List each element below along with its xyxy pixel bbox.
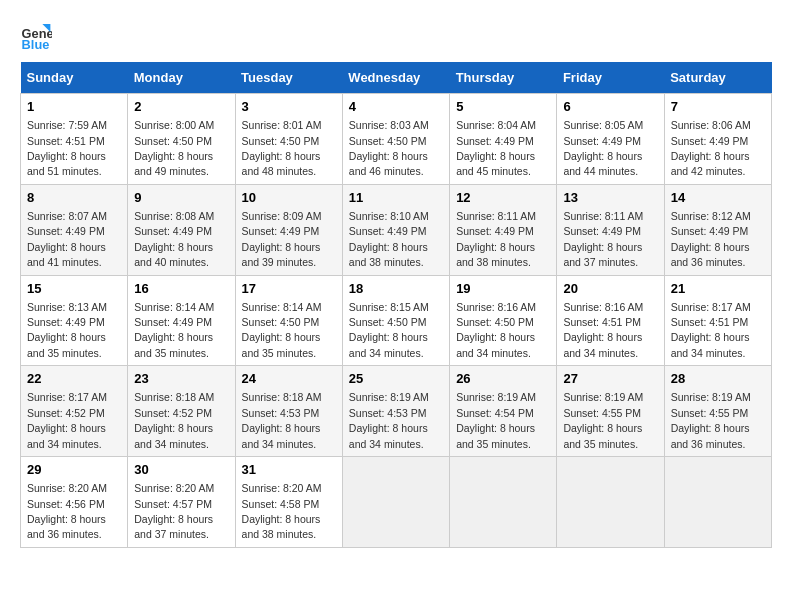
day-info: Sunrise: 8:07 AM Sunset: 4:49 PM Dayligh… xyxy=(27,210,107,268)
day-info: Sunrise: 7:59 AM Sunset: 4:51 PM Dayligh… xyxy=(27,119,107,177)
day-number: 18 xyxy=(349,280,443,298)
day-number: 13 xyxy=(563,189,657,207)
calendar-cell: 4Sunrise: 8:03 AM Sunset: 4:50 PM Daylig… xyxy=(342,94,449,185)
calendar-cell: 24Sunrise: 8:18 AM Sunset: 4:53 PM Dayli… xyxy=(235,366,342,457)
day-number: 28 xyxy=(671,370,765,388)
day-info: Sunrise: 8:19 AM Sunset: 4:54 PM Dayligh… xyxy=(456,391,536,449)
day-header-wednesday: Wednesday xyxy=(342,62,449,94)
day-info: Sunrise: 8:19 AM Sunset: 4:55 PM Dayligh… xyxy=(671,391,751,449)
calendar-cell: 12Sunrise: 8:11 AM Sunset: 4:49 PM Dayli… xyxy=(450,184,557,275)
calendar-cell: 31Sunrise: 8:20 AM Sunset: 4:58 PM Dayli… xyxy=(235,457,342,548)
calendar-cell: 15Sunrise: 8:13 AM Sunset: 4:49 PM Dayli… xyxy=(21,275,128,366)
calendar-cell: 23Sunrise: 8:18 AM Sunset: 4:52 PM Dayli… xyxy=(128,366,235,457)
calendar-cell xyxy=(450,457,557,548)
day-number: 2 xyxy=(134,98,228,116)
day-info: Sunrise: 8:19 AM Sunset: 4:55 PM Dayligh… xyxy=(563,391,643,449)
calendar-week-5: 29Sunrise: 8:20 AM Sunset: 4:56 PM Dayli… xyxy=(21,457,772,548)
calendar-cell xyxy=(664,457,771,548)
day-number: 10 xyxy=(242,189,336,207)
svg-text:Blue: Blue xyxy=(22,37,50,52)
day-number: 12 xyxy=(456,189,550,207)
calendar-cell: 10Sunrise: 8:09 AM Sunset: 4:49 PM Dayli… xyxy=(235,184,342,275)
day-info: Sunrise: 8:09 AM Sunset: 4:49 PM Dayligh… xyxy=(242,210,322,268)
calendar-cell: 8Sunrise: 8:07 AM Sunset: 4:49 PM Daylig… xyxy=(21,184,128,275)
calendar-week-1: 1Sunrise: 7:59 AM Sunset: 4:51 PM Daylig… xyxy=(21,94,772,185)
calendar-cell: 20Sunrise: 8:16 AM Sunset: 4:51 PM Dayli… xyxy=(557,275,664,366)
day-info: Sunrise: 8:08 AM Sunset: 4:49 PM Dayligh… xyxy=(134,210,214,268)
day-number: 20 xyxy=(563,280,657,298)
day-number: 6 xyxy=(563,98,657,116)
calendar-cell: 5Sunrise: 8:04 AM Sunset: 4:49 PM Daylig… xyxy=(450,94,557,185)
calendar-cell: 26Sunrise: 8:19 AM Sunset: 4:54 PM Dayli… xyxy=(450,366,557,457)
calendar-cell: 21Sunrise: 8:17 AM Sunset: 4:51 PM Dayli… xyxy=(664,275,771,366)
calendar-cell: 6Sunrise: 8:05 AM Sunset: 4:49 PM Daylig… xyxy=(557,94,664,185)
calendar-cell xyxy=(557,457,664,548)
day-info: Sunrise: 8:05 AM Sunset: 4:49 PM Dayligh… xyxy=(563,119,643,177)
calendar-cell: 17Sunrise: 8:14 AM Sunset: 4:50 PM Dayli… xyxy=(235,275,342,366)
day-info: Sunrise: 8:11 AM Sunset: 4:49 PM Dayligh… xyxy=(563,210,643,268)
day-number: 9 xyxy=(134,189,228,207)
day-info: Sunrise: 8:15 AM Sunset: 4:50 PM Dayligh… xyxy=(349,301,429,359)
day-number: 16 xyxy=(134,280,228,298)
day-info: Sunrise: 8:18 AM Sunset: 4:52 PM Dayligh… xyxy=(134,391,214,449)
header: General Blue xyxy=(20,20,772,52)
day-number: 21 xyxy=(671,280,765,298)
calendar-cell: 3Sunrise: 8:01 AM Sunset: 4:50 PM Daylig… xyxy=(235,94,342,185)
day-number: 3 xyxy=(242,98,336,116)
calendar-cell: 1Sunrise: 7:59 AM Sunset: 4:51 PM Daylig… xyxy=(21,94,128,185)
calendar-cell: 18Sunrise: 8:15 AM Sunset: 4:50 PM Dayli… xyxy=(342,275,449,366)
days-header-row: SundayMondayTuesdayWednesdayThursdayFrid… xyxy=(21,62,772,94)
day-info: Sunrise: 8:17 AM Sunset: 4:51 PM Dayligh… xyxy=(671,301,751,359)
day-info: Sunrise: 8:20 AM Sunset: 4:57 PM Dayligh… xyxy=(134,482,214,540)
day-info: Sunrise: 8:17 AM Sunset: 4:52 PM Dayligh… xyxy=(27,391,107,449)
day-info: Sunrise: 8:20 AM Sunset: 4:58 PM Dayligh… xyxy=(242,482,322,540)
day-info: Sunrise: 8:03 AM Sunset: 4:50 PM Dayligh… xyxy=(349,119,429,177)
day-info: Sunrise: 8:16 AM Sunset: 4:51 PM Dayligh… xyxy=(563,301,643,359)
calendar-table: SundayMondayTuesdayWednesdayThursdayFrid… xyxy=(20,62,772,548)
day-header-sunday: Sunday xyxy=(21,62,128,94)
calendar-cell: 30Sunrise: 8:20 AM Sunset: 4:57 PM Dayli… xyxy=(128,457,235,548)
day-number: 30 xyxy=(134,461,228,479)
day-number: 4 xyxy=(349,98,443,116)
calendar-cell: 16Sunrise: 8:14 AM Sunset: 4:49 PM Dayli… xyxy=(128,275,235,366)
calendar-cell: 7Sunrise: 8:06 AM Sunset: 4:49 PM Daylig… xyxy=(664,94,771,185)
day-info: Sunrise: 8:01 AM Sunset: 4:50 PM Dayligh… xyxy=(242,119,322,177)
day-number: 27 xyxy=(563,370,657,388)
calendar-week-3: 15Sunrise: 8:13 AM Sunset: 4:49 PM Dayli… xyxy=(21,275,772,366)
day-info: Sunrise: 8:10 AM Sunset: 4:49 PM Dayligh… xyxy=(349,210,429,268)
day-number: 22 xyxy=(27,370,121,388)
day-info: Sunrise: 8:12 AM Sunset: 4:49 PM Dayligh… xyxy=(671,210,751,268)
day-number: 23 xyxy=(134,370,228,388)
day-number: 7 xyxy=(671,98,765,116)
calendar-cell: 13Sunrise: 8:11 AM Sunset: 4:49 PM Dayli… xyxy=(557,184,664,275)
day-info: Sunrise: 8:19 AM Sunset: 4:53 PM Dayligh… xyxy=(349,391,429,449)
calendar-cell xyxy=(342,457,449,548)
day-number: 1 xyxy=(27,98,121,116)
calendar-cell: 28Sunrise: 8:19 AM Sunset: 4:55 PM Dayli… xyxy=(664,366,771,457)
day-number: 29 xyxy=(27,461,121,479)
calendar-cell: 29Sunrise: 8:20 AM Sunset: 4:56 PM Dayli… xyxy=(21,457,128,548)
calendar-cell: 19Sunrise: 8:16 AM Sunset: 4:50 PM Dayli… xyxy=(450,275,557,366)
day-number: 17 xyxy=(242,280,336,298)
calendar-cell: 25Sunrise: 8:19 AM Sunset: 4:53 PM Dayli… xyxy=(342,366,449,457)
day-number: 8 xyxy=(27,189,121,207)
day-number: 19 xyxy=(456,280,550,298)
day-header-tuesday: Tuesday xyxy=(235,62,342,94)
logo: General Blue xyxy=(20,20,56,52)
day-number: 26 xyxy=(456,370,550,388)
day-info: Sunrise: 8:06 AM Sunset: 4:49 PM Dayligh… xyxy=(671,119,751,177)
day-info: Sunrise: 8:16 AM Sunset: 4:50 PM Dayligh… xyxy=(456,301,536,359)
day-info: Sunrise: 8:14 AM Sunset: 4:50 PM Dayligh… xyxy=(242,301,322,359)
calendar-week-2: 8Sunrise: 8:07 AM Sunset: 4:49 PM Daylig… xyxy=(21,184,772,275)
day-info: Sunrise: 8:11 AM Sunset: 4:49 PM Dayligh… xyxy=(456,210,536,268)
day-info: Sunrise: 8:00 AM Sunset: 4:50 PM Dayligh… xyxy=(134,119,214,177)
calendar-cell: 14Sunrise: 8:12 AM Sunset: 4:49 PM Dayli… xyxy=(664,184,771,275)
calendar-cell: 22Sunrise: 8:17 AM Sunset: 4:52 PM Dayli… xyxy=(21,366,128,457)
day-number: 31 xyxy=(242,461,336,479)
day-header-saturday: Saturday xyxy=(664,62,771,94)
day-info: Sunrise: 8:13 AM Sunset: 4:49 PM Dayligh… xyxy=(27,301,107,359)
day-number: 5 xyxy=(456,98,550,116)
day-header-friday: Friday xyxy=(557,62,664,94)
calendar-cell: 2Sunrise: 8:00 AM Sunset: 4:50 PM Daylig… xyxy=(128,94,235,185)
day-number: 14 xyxy=(671,189,765,207)
